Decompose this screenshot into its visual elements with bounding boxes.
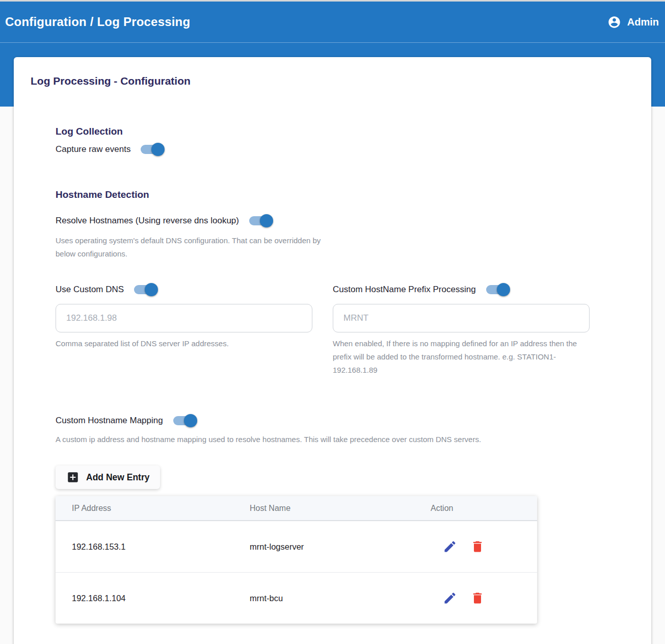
toggle-thumb (151, 143, 165, 156)
hostname-mapping-table: IP Address Host Name Action 192.168.153.… (56, 496, 537, 624)
hostname-prefix-label: Custom HostName Prefix Processing (333, 285, 476, 295)
hostname-prefix-toggle[interactable] (485, 282, 509, 297)
edit-icon[interactable] (443, 591, 457, 605)
table-header-row: IP Address Host Name Action (56, 496, 537, 521)
hostname-prefix-field: Custom HostName Prefix Processing When e… (333, 282, 590, 377)
edit-icon[interactable] (443, 539, 457, 554)
config-card: Log Processing - Configuration Log Colle… (14, 57, 651, 644)
user-menu[interactable]: Admin (607, 15, 659, 29)
delete-icon[interactable] (470, 539, 485, 554)
resolve-hostnames-help: Uses operating system's default DNS conf… (56, 234, 326, 261)
app-header: Configuration / Log Processing Admin (0, 2, 665, 43)
custom-dns-input[interactable] (56, 304, 312, 332)
toggle-thumb (497, 283, 510, 296)
section-log-collection: Log Collection Capture raw events (56, 126, 602, 157)
col-ip-address: IP Address (56, 504, 250, 513)
hostname-prefix-input[interactable] (333, 304, 590, 332)
user-name: Admin (627, 16, 659, 28)
row-ip: 192.168.1.104 (56, 594, 250, 603)
resolve-hostnames-label: Resolve Hostnames (Using reverse dns loo… (56, 216, 239, 226)
hostname-detection-heading: Hostname Detection (56, 189, 602, 200)
custom-hostname-mapping-help: A custom ip address and hostname mapping… (56, 433, 602, 446)
add-icon (66, 471, 79, 484)
custom-hostname-mapping-label: Custom Hostname Mapping (56, 416, 163, 426)
use-custom-dns-label: Use Custom DNS (56, 285, 124, 295)
row-host: mrnt-bcu (250, 594, 431, 603)
section-hostname-detection: Hostname Detection Resolve Hostnames (Us… (56, 189, 602, 624)
row-ip: 192.168.153.1 (56, 542, 250, 552)
add-new-entry-button[interactable]: Add New Entry (56, 466, 160, 489)
section-custom-hostname-mapping: Custom Hostname Mapping A custom ip addr… (56, 414, 602, 624)
custom-dns-help: Comma separated list of DNS server IP ad… (56, 337, 312, 350)
toggle-thumb (260, 214, 273, 227)
col-host-name: Host Name (250, 504, 431, 513)
resolve-hostnames-toggle[interactable] (248, 214, 272, 228)
custom-dns-field: Use Custom DNS Comma separated list of D… (56, 282, 312, 377)
capture-raw-events-label: Capture raw events (56, 144, 130, 154)
page-title: Log Processing - Configuration (31, 75, 634, 87)
account-icon (607, 15, 621, 29)
breadcrumb: Configuration / Log Processing (5, 15, 190, 29)
use-custom-dns-toggle[interactable] (133, 282, 157, 297)
custom-hostname-mapping-toggle[interactable] (172, 414, 196, 428)
log-collection-heading: Log Collection (56, 126, 602, 137)
col-action: Action (431, 504, 537, 513)
table-row: 192.168.153.1 mrnt-logserver (56, 521, 537, 572)
delete-icon[interactable] (470, 591, 485, 605)
hostname-prefix-help: When enabled, If there is no mapping def… (333, 337, 590, 377)
toggle-thumb (184, 414, 197, 427)
table-row: 192.168.1.104 mrnt-bcu (56, 572, 537, 624)
capture-raw-events-toggle[interactable] (140, 142, 164, 157)
toggle-thumb (145, 283, 158, 296)
add-new-entry-label: Add New Entry (86, 472, 149, 483)
row-host: mrnt-logserver (250, 542, 431, 552)
